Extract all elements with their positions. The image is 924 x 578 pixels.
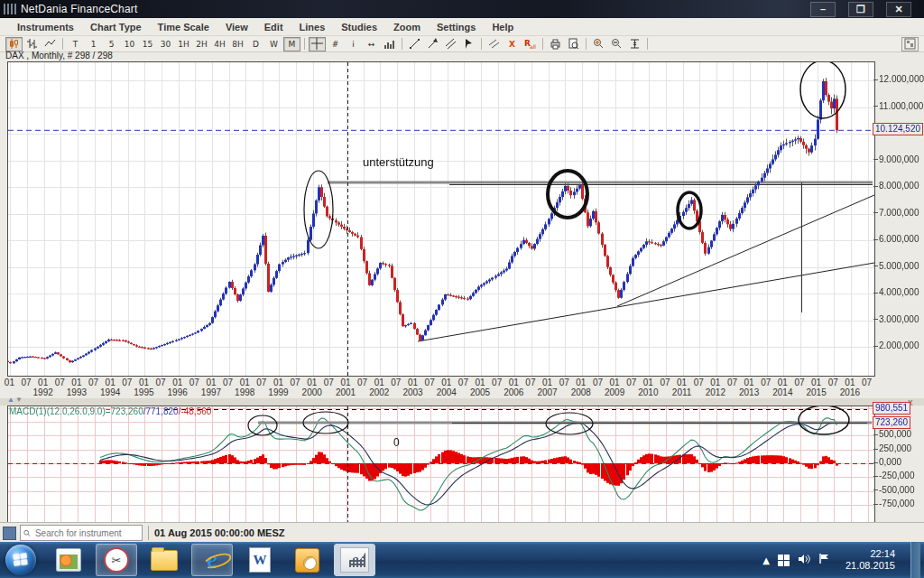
time-tick-label: 07	[287, 378, 303, 387]
timescale-30[interactable]: 30	[157, 37, 174, 51]
year-label: 2001	[329, 387, 362, 397]
grid-button[interactable]: #	[327, 37, 344, 51]
timescale-10[interactable]: 10	[121, 37, 138, 51]
menu-instruments[interactable]: Instruments	[9, 20, 82, 34]
panel-toggle-button[interactable]	[3, 527, 16, 540]
timescale-week[interactable]: W	[265, 37, 282, 51]
time-tick-label: 07	[522, 378, 539, 387]
macd-value: MACD(1)(12.0,26.0,9.0)=723,260	[9, 406, 143, 416]
print-preview-button[interactable]	[565, 37, 582, 51]
internet-explorer-icon-glyph: e	[207, 546, 217, 573]
time-tick-label: 01	[573, 378, 589, 387]
timescale-4h[interactable]: 4H	[211, 37, 228, 51]
time-tick-label: 01	[606, 378, 623, 387]
volume-icon[interactable]	[798, 552, 810, 568]
delete-line-button[interactable]: X	[504, 37, 521, 51]
year-label: 1995	[127, 387, 160, 397]
tray-date: 21.08.2015	[845, 560, 895, 572]
instrument-search[interactable]	[20, 525, 143, 541]
explorer-folder-icon-glyph	[151, 550, 178, 571]
ohlc-chart-button[interactable]	[23, 37, 41, 51]
price-label: 3.000,000	[873, 314, 919, 324]
trendline-button[interactable]	[406, 37, 423, 51]
macd-chart[interactable]	[7, 406, 875, 524]
windows-update-tray-icon[interactable]	[778, 555, 790, 566]
print-button[interactable]	[547, 37, 564, 51]
timescale-2h[interactable]: 2H	[193, 37, 210, 51]
netdania-app-icon[interactable]	[334, 544, 375, 576]
time-tick-label: 07	[152, 378, 169, 387]
window-title: NetDania FinanceChart	[21, 3, 138, 15]
splitter-arrows-icon[interactable]: ▲▼	[7, 396, 23, 404]
time-tick-label: 01	[236, 378, 253, 387]
search-input[interactable]	[33, 527, 139, 539]
current-price-tag: 10.124,520	[873, 123, 923, 135]
fit-vertical-button[interactable]	[626, 37, 643, 51]
cursor-flag-button[interactable]	[460, 37, 477, 51]
timescale-tick[interactable]: T	[67, 37, 84, 51]
restore-button[interactable]: ❐	[848, 2, 873, 17]
menu-time-scale[interactable]: Time Scale	[150, 20, 217, 34]
timescale-1[interactable]: 1	[85, 37, 102, 51]
menu-help[interactable]: Help	[484, 20, 522, 34]
year-label: 2003	[397, 387, 430, 397]
timescale-1h[interactable]: 1H	[175, 37, 192, 51]
info-button[interactable]: i	[345, 37, 362, 51]
time-tick-label: 07	[18, 378, 34, 387]
menu-studies[interactable]: Studies	[333, 20, 385, 34]
trendline-arrow-button[interactable]	[424, 37, 441, 51]
minimize-button[interactable]: –	[810, 2, 836, 17]
time-tick-label: 07	[556, 378, 572, 387]
photo-viewer-icon[interactable]	[49, 545, 88, 575]
channel-button[interactable]	[442, 37, 459, 51]
macd-axis-label: -500,000	[873, 485, 914, 495]
outlook-icon[interactable]	[287, 545, 327, 575]
timescale-month[interactable]: M	[283, 37, 300, 51]
snipping-tool-icon[interactable]: ✂	[96, 544, 137, 576]
menu-edit[interactable]: Edit	[256, 20, 291, 34]
scroll-button[interactable]: ↔	[363, 37, 380, 51]
zoom-out-button[interactable]	[608, 37, 625, 51]
time-tick-label: 07	[859, 378, 875, 387]
time-tick-label: 01	[1, 378, 17, 387]
explorer-folder-icon[interactable]	[144, 545, 184, 575]
candlestick-chart-button[interactable]	[5, 37, 23, 51]
zoom-in-button[interactable]	[590, 37, 607, 51]
panel-splitter[interactable]: ▲▼	[0, 398, 924, 406]
volume-button[interactable]	[381, 37, 398, 51]
internet-explorer-icon[interactable]: e	[191, 544, 233, 576]
menu-chart-type[interactable]: Chart Type	[82, 20, 150, 34]
action-center-flag-icon[interactable]	[818, 552, 830, 568]
close-button[interactable]: ✕	[886, 2, 911, 17]
tray-clock[interactable]: 22:1421.08.2015	[838, 548, 902, 572]
time-tick-label: 01	[203, 378, 219, 387]
tray-expand-icon[interactable]: ▲	[762, 555, 770, 565]
taskbar: ✂eW▲22:1421.08.2015	[0, 542, 924, 578]
timescale-day[interactable]: D	[247, 37, 264, 51]
menu-zoom[interactable]: Zoom	[385, 20, 429, 34]
year-label: 2000	[296, 387, 328, 397]
parallel-lines-button[interactable]	[485, 37, 503, 51]
toolbar: T151015301H2H4H8HDWM#i↔XRall	[0, 36, 924, 52]
timescale-8h[interactable]: 8H	[229, 37, 246, 51]
time-tick-label: 01	[102, 378, 118, 387]
crosshair-button[interactable]	[309, 37, 326, 51]
start-button[interactable]	[5, 545, 36, 575]
word-icon[interactable]: W	[240, 545, 280, 575]
price-label: 12.000,000	[873, 74, 924, 84]
price-label: 6.000,000	[873, 234, 919, 244]
remove-all-button[interactable]: Rall	[522, 37, 539, 51]
show-desktop-button[interactable]	[910, 542, 920, 578]
timescale-5[interactable]: 5	[103, 37, 120, 51]
toolbar-separator	[542, 38, 543, 50]
main-price-chart[interactable]	[7, 61, 875, 377]
time-tick-label: 07	[186, 378, 202, 387]
price-label: 9.000,000	[873, 154, 919, 164]
menu-view[interactable]: View	[217, 20, 256, 34]
menu-settings[interactable]: Settings	[429, 20, 484, 34]
timescale-15[interactable]: 15	[139, 37, 156, 51]
chart-layout-button[interactable]	[901, 37, 919, 51]
year-label: 2007	[531, 387, 564, 397]
menu-lines[interactable]: Lines	[291, 20, 334, 34]
line-chart-button[interactable]	[42, 37, 59, 51]
